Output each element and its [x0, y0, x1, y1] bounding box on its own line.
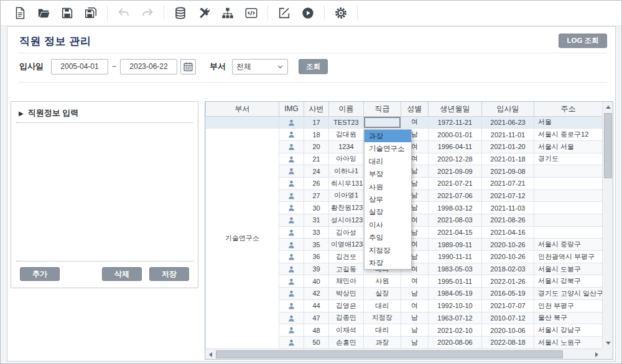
date-from-input[interactable]	[51, 59, 108, 75]
empno-cell: 39	[304, 263, 329, 275]
address-cell: 경기도 고양시 일산구	[534, 288, 603, 300]
edit-icon[interactable]	[277, 6, 292, 20]
new-file-icon[interactable]	[12, 6, 27, 20]
calendar-icon[interactable]	[180, 59, 196, 75]
address-cell: 서울시 노원구	[534, 336, 603, 348]
person-icon	[287, 143, 295, 151]
column-header[interactable]: 부서	[206, 102, 279, 116]
tools-icon[interactable]	[197, 6, 211, 20]
sitemap-icon[interactable]	[220, 6, 235, 20]
vertical-scrollbar[interactable]	[602, 102, 613, 348]
add-button[interactable]: 추가	[20, 267, 60, 281]
search-button[interactable]: 조회	[299, 59, 328, 74]
column-header[interactable]: 생년월일	[429, 102, 482, 116]
dropdown-option[interactable]: 주임	[364, 231, 411, 243]
dropdown-option[interactable]: 부장	[364, 168, 411, 180]
img-cell	[279, 336, 304, 348]
save-icon[interactable]	[60, 6, 75, 20]
table-header-row: 부서IMG사번이름직급성별생년월일입사일주소	[206, 102, 603, 116]
birthdate-cell: 2021-07-06	[429, 189, 482, 202]
hiredate-cell: 2022-08-18	[482, 336, 534, 348]
scroll-right-icon[interactable]	[595, 352, 598, 357]
person-icon	[287, 192, 295, 200]
hiredate-cell: 2021-08-26	[482, 214, 534, 227]
img-cell	[279, 202, 304, 214]
dropdown-option[interactable]: 이사	[364, 219, 411, 231]
hiredate-cell: 2021-07-12	[482, 189, 534, 202]
settings-icon[interactable]	[333, 6, 348, 20]
address-cell: 서울시 강남구	[534, 324, 603, 337]
undo-icon	[116, 6, 131, 20]
dropdown-option[interactable]: 지점장	[364, 244, 411, 257]
position-cell: 대리	[364, 324, 401, 337]
column-header[interactable]: 이름	[329, 102, 364, 116]
toolbar	[1, 1, 621, 26]
table-row[interactable]: 17TEST23여1972-11-212021-06-23서울	[206, 116, 603, 129]
gender-cell: 남	[401, 312, 429, 324]
hiredate-cell: 2018-02-03	[482, 263, 534, 275]
dropdown-option[interactable]: 과장	[364, 130, 411, 142]
open-folder-icon[interactable]	[36, 6, 51, 20]
column-header[interactable]: 주소	[534, 102, 603, 116]
hiredate-cell: 2021-01-18	[482, 153, 534, 165]
person-icon	[287, 265, 295, 273]
scroll-left-icon[interactable]	[209, 352, 212, 357]
log-search-button[interactable]: LOG 조회	[559, 34, 607, 48]
gender-cell: 남	[401, 336, 429, 348]
vertical-scroll-thumb[interactable]	[604, 113, 612, 178]
dropdown-option[interactable]: 대리	[364, 155, 411, 168]
person-icon	[287, 229, 295, 237]
position-editor-cell[interactable]	[364, 116, 401, 129]
birthdate-cell: 1984-05-19	[429, 288, 482, 300]
name-cell: 아아잉	[329, 153, 364, 165]
dept-cell	[206, 116, 279, 129]
position-dropdown: 과장기술연구소대리부장사원상무실장이사주임지점장차장	[364, 129, 412, 270]
dept-label: 부서	[210, 61, 226, 72]
scroll-down-icon[interactable]	[606, 342, 611, 345]
hiredate-cell: 2021-09-08	[482, 165, 534, 178]
date-to-input[interactable]	[120, 59, 177, 75]
name-cell: 이재석	[329, 324, 364, 337]
database-icon[interactable]	[173, 6, 188, 20]
position-cell: 대리	[364, 299, 401, 312]
horizontal-scrollbar[interactable]	[205, 348, 602, 359]
column-header[interactable]: 입사일	[482, 102, 534, 116]
person-icon	[287, 339, 295, 347]
dropdown-option[interactable]: 기술연구소	[364, 142, 411, 155]
delete-button[interactable]: 삭제	[102, 267, 142, 281]
scroll-up-icon[interactable]	[606, 106, 611, 109]
dropdown-option[interactable]: 차장	[364, 257, 411, 269]
form-panel-header[interactable]: ▶ 직원정보 입력	[11, 102, 198, 122]
toolbar-divider	[357, 6, 358, 20]
gender-cell: 여	[401, 299, 429, 312]
name-cell: 김대원	[329, 129, 364, 141]
code-icon[interactable]	[244, 6, 259, 20]
birthdate-cell: 1989-09-11	[429, 239, 482, 251]
column-header[interactable]: 성별	[401, 102, 429, 116]
address-cell: 서울	[534, 116, 603, 129]
name-cell: 김아성	[329, 226, 364, 239]
column-header[interactable]: 직급	[364, 102, 401, 116]
hiredate-cell: 2022-01-26	[482, 275, 534, 288]
horizontal-scroll-thumb[interactable]	[216, 350, 563, 358]
column-header[interactable]: 사번	[304, 102, 329, 116]
address-cell: 경기도	[534, 153, 603, 165]
empno-cell: 17	[304, 116, 329, 129]
dropdown-option[interactable]: 실장	[364, 206, 411, 218]
dept-select[interactable]: 전체	[232, 59, 288, 75]
dropdown-option[interactable]: 상무	[364, 193, 411, 206]
save-all-icon[interactable]	[83, 6, 98, 20]
run-icon[interactable]	[300, 6, 315, 20]
column-header[interactable]: IMG	[279, 102, 304, 116]
position-cell: 과장	[364, 336, 401, 348]
filter-bar: 입사일 ~ 부서 전체 조회	[19, 58, 328, 75]
birthdate-cell: 2020-08-06	[429, 336, 482, 348]
save-button[interactable]: 저장	[149, 267, 189, 281]
person-icon	[287, 119, 295, 127]
img-cell	[279, 288, 304, 300]
hiredate-cell: 2021-07-21	[482, 177, 534, 189]
address-cell: 서울시 종로구12	[534, 129, 603, 141]
dropdown-option[interactable]: 사원	[364, 181, 411, 193]
address-cell: 서울시 강북구	[534, 275, 603, 288]
hiredate-cell: 2021-11-01	[482, 129, 534, 141]
